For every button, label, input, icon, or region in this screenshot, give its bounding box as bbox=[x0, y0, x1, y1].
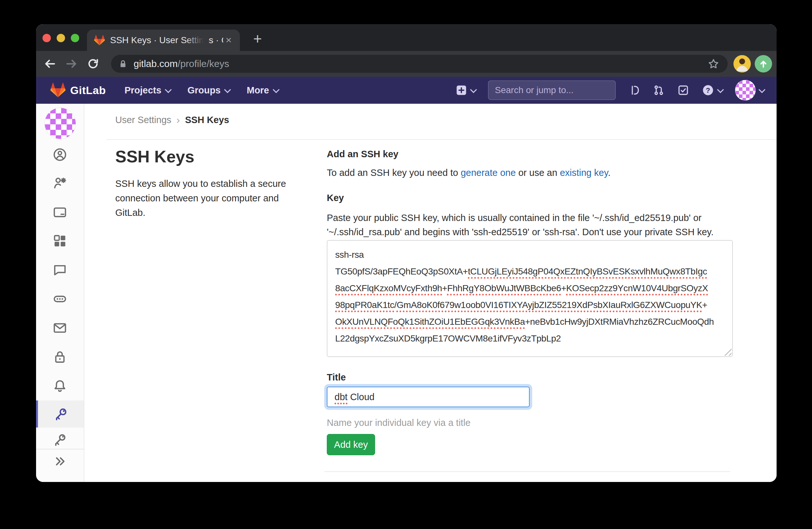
breadcrumb-divider bbox=[106, 139, 777, 140]
browser-toolbar: gitlab.com/profile/keys bbox=[36, 51, 777, 77]
sidebar-item-account[interactable] bbox=[36, 176, 84, 190]
search-input[interactable] bbox=[494, 85, 612, 96]
user-menu-button[interactable] bbox=[735, 80, 764, 101]
page-description: SSH keys allow you to establish a secure… bbox=[115, 176, 308, 220]
key-field-help: Paste your public SSH key, which is usua… bbox=[327, 211, 733, 239]
sidebar-item-applications[interactable] bbox=[36, 234, 84, 248]
todos-button[interactable] bbox=[678, 84, 689, 96]
global-search[interactable] bbox=[488, 81, 615, 100]
credit-card-icon bbox=[53, 205, 67, 219]
form-intro: To add an SSH key you need to generate o… bbox=[327, 168, 733, 178]
chat-bubble-icon bbox=[53, 263, 67, 277]
reload-icon[interactable] bbox=[87, 57, 100, 70]
intro-text: To add an SSH key you need to bbox=[327, 168, 461, 178]
nav-projects[interactable]: Projects bbox=[125, 85, 170, 96]
title-field-label: Title bbox=[327, 372, 346, 383]
existing-key-link[interactable]: existing key bbox=[560, 168, 608, 178]
sidebar-item-status[interactable] bbox=[36, 292, 84, 306]
breadcrumb-separator: › bbox=[176, 114, 180, 126]
sidebar-item-profile[interactable] bbox=[36, 147, 84, 162]
mail-icon bbox=[53, 321, 67, 335]
intro-text: . bbox=[608, 168, 610, 178]
sidebar-item-gpg-keys[interactable] bbox=[36, 433, 84, 447]
tab-title: SSH Keys · User Settings · GitL bbox=[110, 35, 223, 45]
sidebar-item-billing[interactable] bbox=[36, 205, 84, 219]
bookmark-star-icon[interactable] bbox=[708, 58, 719, 70]
chevron-down-icon bbox=[758, 86, 765, 93]
user-avatar bbox=[735, 80, 756, 101]
account-icon bbox=[53, 176, 67, 190]
breadcrumb: User Settings › SSH Keys bbox=[115, 114, 229, 126]
nav-more-label: More bbox=[247, 85, 269, 96]
merge-request-icon bbox=[653, 84, 665, 96]
section-divider bbox=[324, 471, 730, 472]
nav-groups[interactable]: Groups bbox=[187, 85, 229, 96]
forward-icon[interactable] bbox=[65, 57, 78, 70]
minimize-window-button[interactable] bbox=[57, 34, 65, 42]
chevron-down-icon bbox=[470, 86, 477, 93]
generate-one-link[interactable]: generate one bbox=[461, 168, 516, 178]
key-field-label: Key bbox=[327, 192, 344, 203]
navbar-right: ? bbox=[455, 80, 764, 101]
profile-icon bbox=[53, 147, 67, 162]
sidebar-item-notifications[interactable] bbox=[36, 379, 84, 393]
svg-text:?: ? bbox=[706, 86, 710, 95]
new-tab-button[interactable]: + bbox=[250, 31, 265, 47]
browser-profile-avatar[interactable] bbox=[734, 55, 751, 72]
plus-square-icon bbox=[455, 84, 467, 96]
nav-more[interactable]: More bbox=[247, 85, 277, 96]
gitlab-navbar: GitLab Projects Groups More bbox=[36, 77, 777, 104]
issues-button[interactable] bbox=[628, 84, 640, 96]
url-bar[interactable]: gitlab.com/profile/keys bbox=[111, 55, 728, 73]
gitlab-home-link[interactable]: GitLab bbox=[50, 83, 106, 98]
sidebar-item-password[interactable] bbox=[36, 350, 84, 364]
sidebar-item-ssh-keys[interactable] bbox=[36, 400, 84, 428]
zoom-window-button[interactable] bbox=[71, 34, 79, 42]
collapse-sidebar-button[interactable] bbox=[36, 454, 84, 469]
status-emoji-icon bbox=[53, 292, 67, 306]
close-tab-icon[interactable]: × bbox=[223, 35, 234, 46]
chevron-down-icon bbox=[273, 86, 279, 93]
profile-avatar[interactable] bbox=[44, 108, 76, 139]
help-menu-button[interactable]: ? bbox=[702, 84, 722, 96]
intro-text: or use an bbox=[516, 168, 560, 178]
browser-tab[interactable]: SSH Keys · User Settings · GitL × bbox=[87, 30, 240, 51]
bell-icon bbox=[53, 379, 67, 393]
sidebar-divider bbox=[36, 449, 84, 449]
issues-icon bbox=[628, 84, 640, 96]
tab-title-fade bbox=[186, 35, 208, 45]
url-host: gitlab.com bbox=[134, 58, 178, 69]
nav-projects-label: Projects bbox=[125, 85, 161, 96]
ssh-key-icon bbox=[54, 407, 68, 421]
chevron-down-icon bbox=[717, 86, 724, 93]
sidebar-item-emails[interactable] bbox=[36, 321, 84, 335]
title-input[interactable]: dbt Cloud bbox=[327, 387, 530, 407]
gitlab-wordmark: GitLab bbox=[70, 84, 106, 97]
applications-grid-icon bbox=[53, 234, 67, 248]
back-icon[interactable] bbox=[43, 57, 56, 70]
breadcrumb-user-settings[interactable]: User Settings bbox=[115, 115, 171, 125]
nav-groups-label: Groups bbox=[187, 85, 220, 96]
navbar-links: Projects Groups More bbox=[125, 85, 278, 96]
sidebar-item-chat[interactable] bbox=[36, 263, 84, 277]
title-field-help: Name your individual key via a title bbox=[327, 417, 470, 428]
help-icon: ? bbox=[702, 84, 714, 96]
app-body: User Settings › SSH Keys SSH Keys SSH ke… bbox=[36, 104, 777, 482]
gitlab-favicon-icon bbox=[94, 35, 105, 46]
settings-sidebar bbox=[36, 104, 84, 482]
chevron-down-icon bbox=[224, 86, 231, 93]
ssh-key-textarea[interactable]: ssh-rsaTG50pfS/3apFEQhEoQ3pS0XtA+tCLUGjL… bbox=[327, 240, 733, 357]
todo-check-icon bbox=[678, 84, 689, 96]
settings-content: User Settings › SSH Keys SSH Keys SSH ke… bbox=[84, 104, 777, 482]
url-path: /profile/keys bbox=[178, 58, 229, 69]
merge-requests-button[interactable] bbox=[653, 84, 665, 96]
close-window-button[interactable] bbox=[43, 34, 51, 42]
add-key-button[interactable]: Add key bbox=[327, 434, 375, 455]
site-lock-icon[interactable] bbox=[118, 59, 128, 69]
double-chevron-right-icon bbox=[53, 454, 67, 469]
browser-update-button[interactable] bbox=[755, 55, 772, 72]
url-text: gitlab.com/profile/keys bbox=[134, 58, 229, 69]
browser-window: SSH Keys · User Settings · GitL × + gitl… bbox=[36, 24, 777, 482]
person-photo-icon bbox=[734, 55, 751, 72]
new-menu-button[interactable] bbox=[455, 84, 475, 96]
